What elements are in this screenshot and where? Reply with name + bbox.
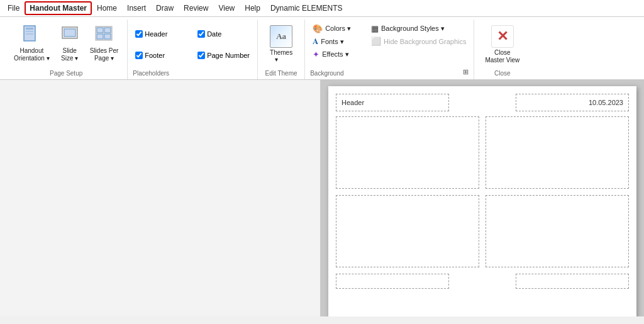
svg-rect-8 (104, 28, 111, 33)
svg-rect-10 (104, 34, 111, 39)
slide-size-icon (60, 25, 80, 46)
background-styles-icon: ▦ (371, 24, 379, 33)
slide-placeholder-2[interactable] (486, 116, 629, 189)
fonts-label: Fonts ▾ (321, 38, 344, 46)
ribbon-group-close: ✕ CloseMaster View Close (474, 20, 530, 79)
header-checkbox[interactable] (135, 30, 143, 38)
hide-background-label: Hide Background Graphics (384, 38, 466, 45)
slide-placeholder-3[interactable] (336, 195, 479, 267)
close-master-view-button[interactable]: ✕ CloseMaster View (479, 22, 525, 67)
header-placeholder[interactable]: Header (336, 94, 449, 111)
background-expand-button[interactable]: ⊞ (463, 68, 469, 76)
edit-theme-label: Edit Theme (265, 67, 297, 77)
svg-rect-7 (97, 28, 103, 33)
content-area: Header 10.05.2023 (0, 80, 644, 316)
placeholders-label: Placeholders (133, 67, 169, 77)
colors-button[interactable]: 🎨 Colors ▾ (310, 23, 353, 34)
menu-dynamic-elements[interactable]: Dynamic ELEMENTS (265, 1, 348, 15)
slides-grid (336, 116, 629, 267)
close-master-view-label: CloseMaster View (485, 49, 519, 64)
header-text: Header (341, 99, 364, 106)
ribbon-group-edit-theme: Aa Themes ▾ Edit Theme (258, 20, 305, 79)
fonts-icon: 𝐀 (313, 36, 318, 47)
page-number-checkbox-label: Page Number (207, 52, 250, 59)
background-left-col: 🎨 Colors ▾ 𝐀 Fonts ▾ ✦ Effects ▾ (310, 23, 353, 66)
page-number-checkbox[interactable] (197, 52, 205, 59)
background-buttons: 🎨 Colors ▾ 𝐀 Fonts ▾ ✦ Effects ▾ ▦ Backg… (310, 22, 469, 67)
menu-insert[interactable]: Insert (122, 1, 151, 15)
close-buttons: ✕ CloseMaster View (479, 22, 525, 67)
handout-orientation-button[interactable]: HandoutOrientation ▾ (10, 22, 53, 65)
ribbon-group-placeholders: Header Date Footer Page Number Placehold… (128, 20, 258, 79)
slide-size-label: SlideSize ▾ (61, 47, 78, 62)
themes-icon: Aa (270, 25, 292, 48)
footer-checkbox[interactable] (135, 52, 143, 59)
hide-background-graphics-button[interactable]: ⬜ Hide Background Graphics (369, 36, 469, 47)
menu-view[interactable]: View (213, 1, 240, 15)
svg-rect-2 (26, 31, 33, 32)
svg-rect-9 (97, 34, 103, 39)
background-styles-label: Background Styles ▾ (381, 25, 445, 33)
slide-placeholder-4[interactable] (486, 195, 629, 267)
page-header-row: Header 10.05.2023 (336, 94, 629, 111)
placeholders-checkboxes: Header Date Footer Page Number (133, 22, 252, 67)
ribbon: HandoutOrientation ▾ SlideSize ▾ (0, 17, 644, 80)
page-number-placeholder[interactable] (516, 274, 629, 289)
colors-label: Colors ▾ (325, 25, 351, 33)
left-panel (0, 80, 321, 316)
date-checkbox-row[interactable]: Date (197, 25, 250, 43)
date-checkbox-label: Date (207, 30, 221, 38)
date-text: 10.05.2023 (589, 99, 623, 106)
menu-draw[interactable]: Draw (151, 1, 179, 15)
edit-theme-buttons: Aa Themes ▾ (263, 22, 299, 67)
slides-per-page-icon (94, 25, 114, 46)
background-label: Background (310, 67, 343, 77)
effects-icon: ✦ (313, 50, 319, 59)
handout-orientation-label: HandoutOrientation ▾ (14, 47, 50, 62)
footer-placeholder[interactable] (336, 274, 449, 289)
effects-label: Effects ▾ (322, 50, 348, 59)
menu-handout-master[interactable]: Handout Master (25, 1, 92, 15)
header-checkbox-row[interactable]: Header (135, 25, 187, 43)
colors-icon: 🎨 (313, 24, 323, 33)
hide-background-icon: ⬜ (371, 36, 381, 46)
footer-checkbox-label: Footer (145, 52, 165, 59)
page-setup-buttons: HandoutOrientation ▾ SlideSize ▾ (10, 22, 122, 67)
ribbon-group-page-setup: HandoutOrientation ▾ SlideSize ▾ (5, 20, 128, 79)
ribbon-group-background: 🎨 Colors ▾ 𝐀 Fonts ▾ ✦ Effects ▾ ▦ Backg… (305, 20, 474, 79)
background-footer: Background ⊞ (310, 67, 469, 77)
close-label: Close (494, 67, 511, 77)
date-placeholder[interactable]: 10.05.2023 (516, 94, 629, 111)
slides-per-page-label: Slides PerPage ▾ (90, 47, 119, 62)
close-master-view-icon: ✕ (491, 25, 514, 48)
effects-button[interactable]: ✦ Effects ▾ (310, 49, 353, 60)
slide-placeholder-1[interactable] (336, 116, 479, 189)
slide-size-button[interactable]: SlideSize ▾ (56, 22, 84, 65)
handout-page: Header 10.05.2023 (328, 86, 636, 316)
background-styles-button[interactable]: ▦ Background Styles ▾ (369, 23, 469, 34)
fonts-button[interactable]: 𝐀 Fonts ▾ (310, 36, 353, 47)
themes-label: Themes ▾ (270, 49, 292, 63)
date-checkbox[interactable] (197, 30, 205, 38)
menu-review[interactable]: Review (179, 1, 213, 15)
svg-rect-3 (26, 33, 33, 35)
page-footer-row (336, 274, 629, 289)
header-checkbox-label: Header (145, 30, 167, 38)
footer-checkbox-row[interactable]: Footer (135, 46, 187, 65)
menubar: File Handout Master Home Insert Draw Rev… (0, 0, 644, 17)
menu-help[interactable]: Help (240, 1, 265, 15)
slides-per-page-button[interactable]: Slides PerPage ▾ (86, 22, 123, 65)
svg-rect-1 (26, 28, 33, 30)
background-right-col: ▦ Background Styles ▾ ⬜ Hide Background … (369, 23, 469, 66)
canvas-area: Header 10.05.2023 (321, 80, 644, 316)
themes-button[interactable]: Aa Themes ▾ (263, 22, 299, 66)
handout-orientation-icon (21, 25, 42, 46)
menu-file[interactable]: File (3, 1, 25, 15)
page-setup-label: Page Setup (50, 67, 82, 77)
page-number-checkbox-row[interactable]: Page Number (197, 46, 250, 65)
svg-rect-5 (64, 29, 75, 36)
menu-home[interactable]: Home (92, 1, 122, 15)
